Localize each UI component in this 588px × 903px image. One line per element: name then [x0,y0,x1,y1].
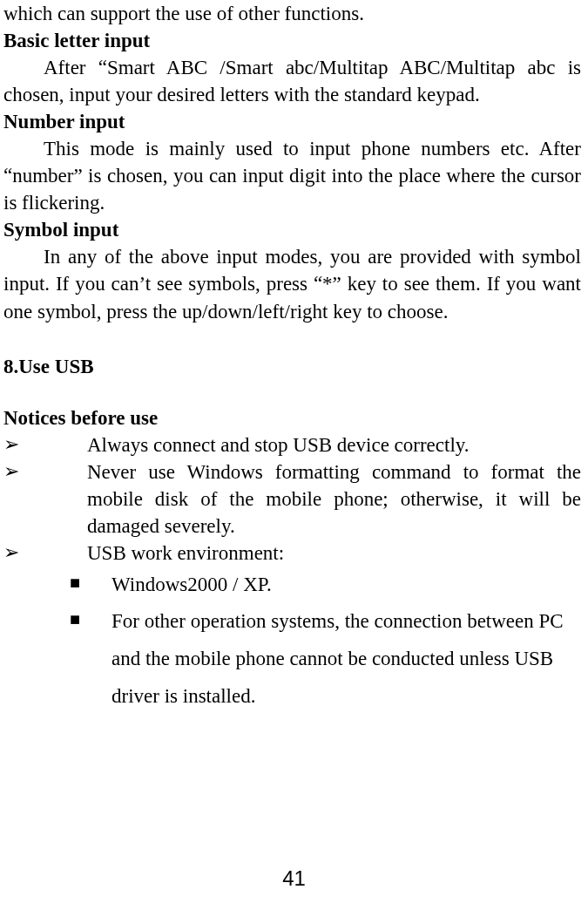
sub-list-item-text: For other operation systems, the connect… [112,603,581,715]
bullet-list: ➢ Always connect and stop USB device cor… [3,431,581,715]
square-bullet-icon: ■ [70,603,112,635]
square-bullet-icon: ■ [70,567,112,599]
spacer [3,325,581,353]
sub-list-item: ■ Windows2000 / XP. [3,567,581,604]
arrow-bullet-icon: ➢ [3,431,87,458]
heading-use-usb: 8.Use USB [3,353,581,380]
lead-in-text: which can support the use of other funct… [3,0,581,27]
heading-symbol-input: Symbol input [3,216,581,243]
arrow-bullet-icon: ➢ [3,458,87,485]
sub-list-item: ■ For other operation systems, the conne… [3,603,581,715]
body-basic-letter-input: After “Smart ABC /Smart abc/Multitap ABC… [3,54,581,108]
spacer [3,380,581,404]
list-item-text: USB work environment: [87,540,581,567]
list-item: ➢ Always connect and stop USB device cor… [3,431,581,458]
list-item: ➢ Never use Windows formatting command t… [3,458,581,540]
heading-number-input: Number input [3,108,581,135]
heading-basic-letter-input: Basic letter input [3,27,581,54]
list-item: ➢ USB work environment: [3,540,581,567]
arrow-bullet-icon: ➢ [3,540,87,567]
sub-list-item-text: Windows2000 / XP. [112,567,581,604]
page: which can support the use of other funct… [0,0,588,903]
page-number: 41 [0,865,588,893]
list-item-text: Never use Windows formatting command to … [87,458,581,540]
heading-notices-before-use: Notices before use [3,404,581,431]
body-number-input: This mode is mainly used to input phone … [3,135,581,216]
body-symbol-input: In any of the above input modes, you are… [3,243,581,324]
list-item-text: Always connect and stop USB device corre… [87,431,581,458]
